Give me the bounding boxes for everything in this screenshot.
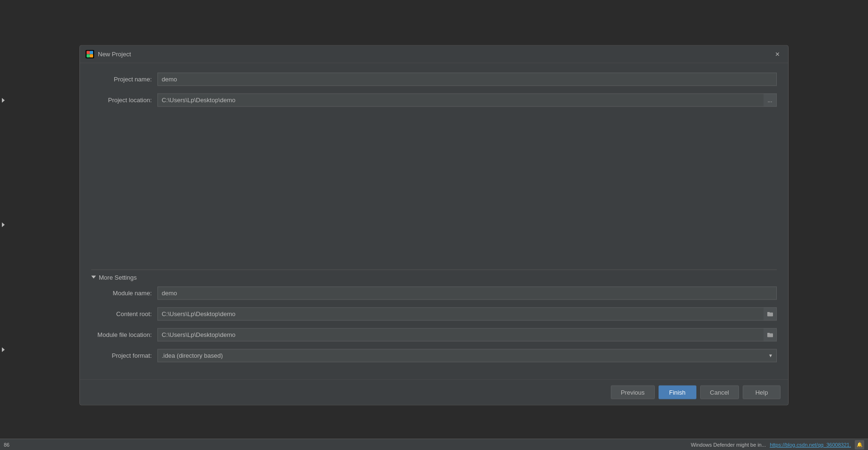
more-settings-label: More Settings: [99, 274, 137, 281]
content-root-input[interactable]: [157, 307, 764, 320]
dialog-title-left: New Project: [86, 50, 131, 58]
svg-rect-7: [767, 333, 773, 337]
svg-rect-5: [767, 312, 773, 316]
app-logo-icon: [86, 50, 94, 58]
close-button[interactable]: ×: [773, 49, 782, 59]
new-project-dialog: New Project × Project name: Project loca…: [79, 45, 789, 405]
previous-button[interactable]: Previous: [611, 385, 655, 399]
project-format-row: Project format: .idea (directory based) …: [91, 349, 777, 362]
more-settings-header[interactable]: More Settings: [91, 270, 777, 286]
content-root-browse-button[interactable]: [764, 307, 777, 320]
help-button[interactable]: Help: [743, 385, 781, 399]
content-spacer: [91, 114, 777, 265]
dialog-content: Project name: Project location: ... More…: [80, 63, 788, 379]
content-root-field-group: [157, 307, 777, 320]
svg-rect-6: [767, 312, 770, 313]
module-name-label: Module name:: [91, 290, 157, 297]
svg-rect-4: [90, 54, 93, 57]
arrow-icon-1[interactable]: [2, 98, 5, 103]
bottom-bar-right: Windows Defender might be in... https://…: [691, 440, 864, 450]
left-panel-arrows: [0, 0, 7, 450]
svg-rect-1: [87, 51, 90, 54]
module-file-location-label: Module file location:: [91, 331, 157, 338]
folder-icon-2: [767, 332, 773, 337]
project-location-field-group: ...: [157, 93, 777, 106]
defender-text: Windows Defender might be in...: [691, 442, 766, 448]
more-settings-fields: Module name: Content root:: [91, 286, 777, 362]
module-file-location-input[interactable]: [157, 328, 764, 341]
project-location-input[interactable]: [157, 93, 764, 106]
module-name-input[interactable]: [157, 286, 777, 300]
cancel-button[interactable]: Cancel: [700, 385, 739, 399]
project-location-row: Project location: ...: [91, 93, 777, 106]
content-root-label: Content root:: [91, 310, 157, 318]
taskbar-icon: 🔔: [855, 440, 864, 450]
project-format-select[interactable]: .idea (directory based) .ipr (file based…: [157, 349, 777, 362]
project-format-select-wrapper: .idea (directory based) .ipr (file based…: [157, 349, 777, 362]
content-root-row: Content root:: [91, 307, 777, 320]
finish-button[interactable]: Finish: [659, 385, 696, 399]
line-number: 86: [4, 442, 9, 448]
dialog-title: New Project: [98, 51, 131, 58]
module-file-location-field-group: [157, 328, 777, 341]
module-name-row: Module name:: [91, 286, 777, 300]
project-location-label: Project location:: [91, 97, 157, 104]
module-file-location-browse-button[interactable]: [764, 328, 777, 341]
chevron-down-icon: [91, 276, 96, 279]
csdn-link[interactable]: https://blog.csdn.net/qq_36008321.: [770, 442, 851, 448]
module-file-location-row: Module file location:: [91, 328, 777, 341]
arrow-icon-3[interactable]: [2, 347, 5, 352]
svg-rect-8: [767, 333, 770, 334]
dialog-titlebar: New Project ×: [80, 45, 788, 63]
project-name-input[interactable]: [157, 72, 777, 86]
project-name-label: Project name:: [91, 76, 157, 83]
status-bar: 86 Windows Defender might be in... https…: [0, 439, 868, 450]
svg-rect-2: [90, 51, 93, 54]
dialog-footer: Previous Finish Cancel Help: [80, 379, 788, 405]
project-format-label: Project format:: [91, 352, 157, 359]
project-location-browse-button[interactable]: ...: [764, 93, 777, 106]
arrow-icon-2[interactable]: [2, 222, 5, 227]
more-settings-section: More Settings Module name: Content root:: [91, 269, 777, 362]
folder-icon: [767, 311, 773, 317]
svg-rect-3: [87, 54, 90, 57]
project-name-row: Project name:: [91, 72, 777, 86]
